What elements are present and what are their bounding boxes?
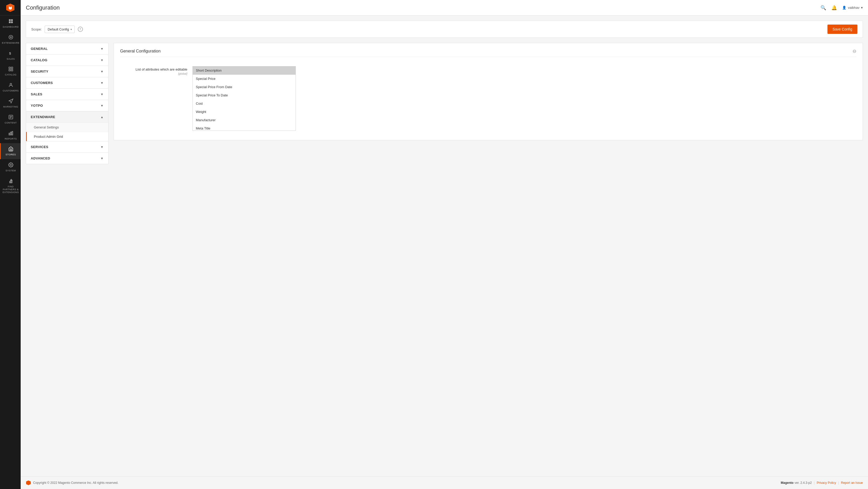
username: vaibhav	[848, 6, 860, 9]
svg-point-4	[9, 35, 13, 39]
accordion-header-catalog[interactable]: CATALOG▼	[26, 55, 108, 66]
scope-left: Scope: Default Config ▾ ?	[31, 26, 83, 33]
accordion-security: SECURITY▼	[26, 66, 108, 77]
sidebar-item-find-partners[interactable]: FIND PARTNERS & EXTENSIONS	[0, 175, 21, 197]
form-row-attributes: List of attributes which are editable [g…	[120, 62, 857, 135]
sidebar-item-extendware[interactable]: EXTENDWARE	[0, 32, 21, 48]
search-icon[interactable]: 🔍	[820, 5, 826, 10]
scope-bar: Scope: Default Config ▾ ? Save Config	[26, 21, 863, 38]
svg-rect-9	[9, 69, 10, 71]
sidebar-label-extendware: EXTENDWARE	[2, 41, 20, 44]
multiselect-item-special-price-from-date[interactable]: Special Price From Date	[193, 83, 296, 91]
svg-rect-22	[11, 181, 12, 183]
sidebar-item-stores[interactable]: STORES	[0, 143, 21, 159]
sidebar-item-reports[interactable]: REPORTS	[0, 127, 21, 144]
report-issue-link[interactable]: Report an Issue	[841, 481, 863, 485]
right-panel: General Configuration ⊖ List of attribut…	[114, 43, 863, 140]
form-label-attributes: List of attributes which are editable [g…	[120, 66, 192, 76]
accordion-services: SERVICES▼	[26, 141, 108, 153]
config-layout: GENERAL▼CATALOG▼SECURITY▼CUSTOMERS▼SALES…	[26, 43, 863, 164]
scope-select[interactable]: Default Config ▾	[45, 26, 74, 33]
multiselect-item-special-price[interactable]: Special Price	[193, 75, 296, 83]
sidebar-label-sales: SALES	[7, 58, 15, 60]
accordion-label-catalog: CATALOG	[31, 58, 47, 62]
accordion-sales: SALES▼	[26, 88, 108, 100]
multiselect-item-meta-title[interactable]: Meta Title	[193, 124, 296, 131]
reports-icon	[8, 130, 13, 136]
sidebar-label-catalog: CATALOG	[5, 73, 17, 76]
accordion-arrow-yotpo: ▼	[100, 104, 103, 108]
footer-logo-icon	[26, 480, 31, 485]
sidebar-label-customers: CUSTOMERS	[3, 89, 19, 92]
sidebar: DASHBOARDEXTENDWARE$SALESCATALOGCUSTOMER…	[0, 0, 21, 489]
sidebar-item-marketing[interactable]: MARKETING	[0, 95, 21, 112]
svg-point-19	[10, 164, 11, 166]
help-icon[interactable]: ?	[78, 27, 83, 32]
multiselect-item-cost[interactable]: Cost	[193, 99, 296, 108]
sidebar-item-customers[interactable]: CUSTOMERS	[0, 79, 21, 95]
footer-version-label: Magento	[781, 481, 793, 485]
section-title: General Configuration	[120, 49, 161, 54]
multiselect-item-special-price-to-date[interactable]: Special Price To Date	[193, 91, 296, 99]
accordion-arrow-advanced: ▼	[100, 157, 103, 160]
customers-icon	[8, 83, 13, 88]
accordion-label-extendware: EXTENDWARE	[31, 115, 55, 119]
accordion-header-services[interactable]: SERVICES▼	[26, 142, 108, 152]
sidebar-label-stores: STORES	[6, 153, 16, 156]
svg-point-11	[10, 84, 11, 85]
main-wrapper: Configuration 🔍 🔔 👤 vaibhav ▾ Scope: Def…	[21, 0, 868, 489]
accordion-header-security[interactable]: SECURITY▼	[26, 66, 108, 77]
scope-value: Default Config	[48, 27, 69, 31]
sidebar-item-sales[interactable]: $SALES	[0, 48, 21, 64]
form-field-attributes: Short DescriptionSpecial PriceSpecial Pr…	[192, 66, 857, 131]
sidebar-label-marketing: MARKETING	[3, 105, 18, 108]
sidebar-item-catalog[interactable]: CATALOG	[0, 63, 21, 79]
section-header: General Configuration ⊖	[120, 48, 857, 57]
user-dropdown-arrow: ▾	[861, 6, 863, 9]
accordion-label-general: GENERAL	[31, 47, 48, 51]
accordion-header-yotpo[interactable]: YOTPO▼	[26, 100, 108, 111]
collapse-icon[interactable]: ⊖	[852, 48, 857, 54]
svg-rect-8	[11, 67, 13, 69]
sidebar-item-content[interactable]: CONTENT	[0, 112, 21, 127]
accordion-sub-item-product-admin-grid[interactable]: Product Admin Grid	[26, 132, 108, 141]
accordion-general: GENERAL▼	[26, 43, 108, 55]
accordion-arrow-security: ▼	[100, 70, 103, 73]
save-config-button[interactable]: Save Config	[828, 25, 858, 34]
multiselect-item-manufacturer[interactable]: Manufacturer	[193, 116, 296, 124]
accordion-label-yotpo: YOTPO	[31, 104, 43, 108]
scope-dropdown-arrow: ▾	[70, 28, 72, 31]
accordion-header-sales[interactable]: SALES▼	[26, 89, 108, 100]
accordion-label-security: SECURITY	[31, 69, 48, 73]
accordion-header-customers[interactable]: CUSTOMERS▼	[26, 77, 108, 88]
accordion-label-services: SERVICES	[31, 145, 48, 149]
sidebar-logo	[0, 0, 21, 16]
svg-rect-0	[9, 20, 10, 21]
attributes-multiselect[interactable]: Short DescriptionSpecial PriceSpecial Pr…	[192, 66, 296, 131]
marketing-icon	[8, 98, 13, 104]
accordion-arrow-services: ▼	[100, 145, 103, 149]
left-panel: GENERAL▼CATALOG▼SECURITY▼CUSTOMERS▼SALES…	[26, 43, 108, 164]
footer-copyright: Copyright © 2022 Magento Commerce Inc. A…	[33, 481, 118, 485]
multiselect-item-short-description[interactable]: Short Description	[193, 66, 296, 75]
sidebar-label-reports: REPORTS	[5, 137, 17, 140]
system-icon	[8, 162, 13, 168]
notifications-icon[interactable]: 🔔	[831, 5, 837, 10]
accordion-header-extendware[interactable]: EXTENDWARE▲	[26, 112, 108, 123]
accordion-catalog: CATALOG▼	[26, 54, 108, 66]
sidebar-label-find-partners: FIND PARTNERS & EXTENSIONS	[2, 185, 20, 193]
privacy-policy-link[interactable]: Privacy Policy	[816, 481, 836, 485]
sidebar-item-system[interactable]: SYSTEM	[0, 159, 21, 175]
accordion-arrow-extendware: ▲	[100, 115, 103, 119]
sidebar-item-dashboard[interactable]: DASHBOARD	[0, 16, 21, 32]
user-menu[interactable]: 👤 vaibhav ▾	[842, 6, 863, 9]
footer-right: Magento ver. 2.4.3-p2 | Privacy Policy |…	[781, 481, 863, 485]
accordion-arrow-general: ▼	[100, 47, 103, 51]
accordion-sub-item-general-settings[interactable]: General Settings	[26, 123, 108, 132]
sidebar-label-content: CONTENT	[5, 121, 17, 124]
accordion-header-advanced[interactable]: ADVANCED▼	[26, 153, 108, 164]
accordion-label-customers: CUSTOMERS	[31, 81, 53, 85]
accordion-header-general[interactable]: GENERAL▼	[26, 43, 108, 54]
multiselect-item-weight[interactable]: Weight	[193, 108, 296, 116]
find-partners-icon	[8, 178, 13, 184]
